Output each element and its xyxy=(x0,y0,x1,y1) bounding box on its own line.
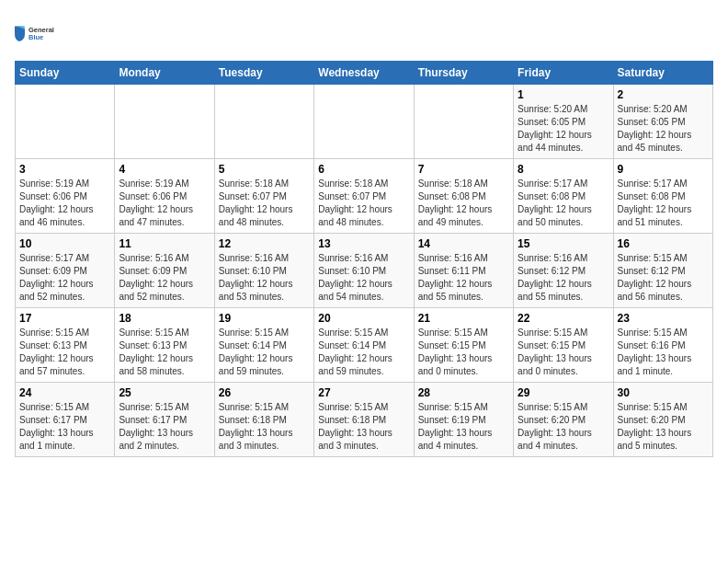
day-cell: 24Sunrise: 5:15 AM Sunset: 6:17 PM Dayli… xyxy=(16,383,115,457)
day-cell: 30Sunrise: 5:15 AM Sunset: 6:20 PM Dayli… xyxy=(613,383,712,457)
day-info: Sunrise: 5:15 AM Sunset: 6:13 PM Dayligh… xyxy=(119,327,210,378)
day-cell: 10Sunrise: 5:17 AM Sunset: 6:09 PM Dayli… xyxy=(16,234,115,308)
day-cell xyxy=(16,85,115,159)
day-info: Sunrise: 5:16 AM Sunset: 6:09 PM Dayligh… xyxy=(119,252,210,304)
day-cell: 13Sunrise: 5:16 AM Sunset: 6:10 PM Dayli… xyxy=(314,234,414,308)
day-cell: 4Sunrise: 5:19 AM Sunset: 6:06 PM Daylig… xyxy=(115,159,214,234)
week-row-1: 1Sunrise: 5:20 AM Sunset: 6:05 PM Daylig… xyxy=(16,85,713,159)
day-cell: 14Sunrise: 5:16 AM Sunset: 6:11 PM Dayli… xyxy=(414,234,513,308)
day-number: 13 xyxy=(318,237,409,250)
day-number: 25 xyxy=(119,386,210,399)
day-info: Sunrise: 5:15 AM Sunset: 6:13 PM Dayligh… xyxy=(19,327,110,378)
day-info: Sunrise: 5:18 AM Sunset: 6:07 PM Dayligh… xyxy=(318,178,409,229)
week-row-3: 10Sunrise: 5:17 AM Sunset: 6:09 PM Dayli… xyxy=(16,234,713,308)
header-day-thursday: Thursday xyxy=(414,62,513,85)
day-cell: 5Sunrise: 5:18 AM Sunset: 6:07 PM Daylig… xyxy=(214,159,313,234)
day-cell: 25Sunrise: 5:15 AM Sunset: 6:17 PM Dayli… xyxy=(115,383,214,457)
day-number: 10 xyxy=(19,237,110,250)
day-cell: 7Sunrise: 5:18 AM Sunset: 6:08 PM Daylig… xyxy=(414,159,513,234)
day-info: Sunrise: 5:15 AM Sunset: 6:17 PM Dayligh… xyxy=(19,401,110,453)
day-number: 30 xyxy=(618,386,709,399)
day-number: 26 xyxy=(219,386,310,399)
day-number: 2 xyxy=(618,88,709,101)
day-number: 23 xyxy=(618,312,709,325)
day-number: 16 xyxy=(618,237,709,250)
header-row: SundayMondayTuesdayWednesdayThursdayFrid… xyxy=(16,62,713,85)
svg-text:Blue: Blue xyxy=(28,33,43,41)
day-cell: 3Sunrise: 5:19 AM Sunset: 6:06 PM Daylig… xyxy=(16,159,115,234)
day-cell: 17Sunrise: 5:15 AM Sunset: 6:13 PM Dayli… xyxy=(16,308,115,383)
header-day-sunday: Sunday xyxy=(16,62,115,85)
week-row-2: 3Sunrise: 5:19 AM Sunset: 6:06 PM Daylig… xyxy=(16,159,713,234)
day-info: Sunrise: 5:15 AM Sunset: 6:18 PM Dayligh… xyxy=(318,401,409,453)
day-number: 27 xyxy=(318,386,409,399)
header: General Blue xyxy=(15,15,713,52)
day-cell: 16Sunrise: 5:15 AM Sunset: 6:12 PM Dayli… xyxy=(613,234,712,308)
day-info: Sunrise: 5:15 AM Sunset: 6:14 PM Dayligh… xyxy=(318,327,409,378)
day-info: Sunrise: 5:15 AM Sunset: 6:16 PM Dayligh… xyxy=(618,327,709,378)
day-info: Sunrise: 5:15 AM Sunset: 6:15 PM Dayligh… xyxy=(418,327,509,378)
day-number: 28 xyxy=(418,386,509,399)
day-cell: 6Sunrise: 5:18 AM Sunset: 6:07 PM Daylig… xyxy=(314,159,414,234)
week-row-5: 24Sunrise: 5:15 AM Sunset: 6:17 PM Dayli… xyxy=(16,383,713,457)
day-cell: 1Sunrise: 5:20 AM Sunset: 6:05 PM Daylig… xyxy=(514,85,613,159)
calendar-body: 1Sunrise: 5:20 AM Sunset: 6:05 PM Daylig… xyxy=(16,85,713,457)
week-row-4: 17Sunrise: 5:15 AM Sunset: 6:13 PM Dayli… xyxy=(16,308,713,383)
day-info: Sunrise: 5:16 AM Sunset: 6:10 PM Dayligh… xyxy=(219,252,310,304)
day-info: Sunrise: 5:15 AM Sunset: 6:18 PM Dayligh… xyxy=(219,401,310,453)
logo: General Blue xyxy=(15,15,61,52)
header-day-wednesday: Wednesday xyxy=(314,62,414,85)
day-cell: 29Sunrise: 5:15 AM Sunset: 6:20 PM Dayli… xyxy=(514,383,613,457)
day-cell: 22Sunrise: 5:15 AM Sunset: 6:15 PM Dayli… xyxy=(514,308,613,383)
day-info: Sunrise: 5:15 AM Sunset: 6:15 PM Dayligh… xyxy=(518,327,609,378)
day-info: Sunrise: 5:15 AM Sunset: 6:20 PM Dayligh… xyxy=(618,401,709,453)
header-day-friday: Friday xyxy=(514,62,613,85)
day-cell: 20Sunrise: 5:15 AM Sunset: 6:14 PM Dayli… xyxy=(314,308,414,383)
day-info: Sunrise: 5:16 AM Sunset: 6:12 PM Dayligh… xyxy=(518,252,609,304)
day-number: 9 xyxy=(618,163,709,176)
day-info: Sunrise: 5:17 AM Sunset: 6:08 PM Dayligh… xyxy=(518,178,609,229)
day-info: Sunrise: 5:15 AM Sunset: 6:12 PM Dayligh… xyxy=(618,252,709,304)
day-cell xyxy=(314,85,414,159)
day-info: Sunrise: 5:15 AM Sunset: 6:20 PM Dayligh… xyxy=(518,401,609,453)
day-cell xyxy=(115,85,214,159)
day-number: 15 xyxy=(518,237,609,250)
day-number: 12 xyxy=(219,237,310,250)
day-info: Sunrise: 5:19 AM Sunset: 6:06 PM Dayligh… xyxy=(19,178,110,229)
day-info: Sunrise: 5:15 AM Sunset: 6:14 PM Dayligh… xyxy=(219,327,310,378)
day-cell: 27Sunrise: 5:15 AM Sunset: 6:18 PM Dayli… xyxy=(314,383,414,457)
day-info: Sunrise: 5:18 AM Sunset: 6:08 PM Dayligh… xyxy=(418,178,509,229)
day-number: 17 xyxy=(19,312,110,325)
day-info: Sunrise: 5:16 AM Sunset: 6:11 PM Dayligh… xyxy=(418,252,509,304)
day-info: Sunrise: 5:16 AM Sunset: 6:10 PM Dayligh… xyxy=(318,252,409,304)
day-number: 6 xyxy=(318,163,409,176)
day-cell: 15Sunrise: 5:16 AM Sunset: 6:12 PM Dayli… xyxy=(514,234,613,308)
day-number: 3 xyxy=(19,163,110,176)
day-cell: 2Sunrise: 5:20 AM Sunset: 6:05 PM Daylig… xyxy=(613,85,712,159)
day-number: 11 xyxy=(119,237,210,250)
day-info: Sunrise: 5:20 AM Sunset: 6:05 PM Dayligh… xyxy=(518,103,609,155)
day-number: 5 xyxy=(219,163,310,176)
header-day-monday: Monday xyxy=(115,62,214,85)
day-cell xyxy=(214,85,313,159)
day-cell: 23Sunrise: 5:15 AM Sunset: 6:16 PM Dayli… xyxy=(613,308,712,383)
day-number: 21 xyxy=(418,312,509,325)
day-cell: 12Sunrise: 5:16 AM Sunset: 6:10 PM Dayli… xyxy=(214,234,313,308)
day-cell: 19Sunrise: 5:15 AM Sunset: 6:14 PM Dayli… xyxy=(214,308,313,383)
day-info: Sunrise: 5:15 AM Sunset: 6:19 PM Dayligh… xyxy=(418,401,509,453)
day-cell: 9Sunrise: 5:17 AM Sunset: 6:08 PM Daylig… xyxy=(613,159,712,234)
header-day-saturday: Saturday xyxy=(613,62,712,85)
calendar-table: SundayMondayTuesdayWednesdayThursdayFrid… xyxy=(15,61,713,457)
day-info: Sunrise: 5:17 AM Sunset: 6:08 PM Dayligh… xyxy=(618,178,709,229)
day-number: 20 xyxy=(318,312,409,325)
day-cell: 18Sunrise: 5:15 AM Sunset: 6:13 PM Dayli… xyxy=(115,308,214,383)
day-info: Sunrise: 5:15 AM Sunset: 6:17 PM Dayligh… xyxy=(119,401,210,453)
day-cell: 28Sunrise: 5:15 AM Sunset: 6:19 PM Dayli… xyxy=(414,383,513,457)
day-cell: 26Sunrise: 5:15 AM Sunset: 6:18 PM Dayli… xyxy=(214,383,313,457)
day-info: Sunrise: 5:19 AM Sunset: 6:06 PM Dayligh… xyxy=(119,178,210,229)
day-number: 19 xyxy=(219,312,310,325)
day-number: 18 xyxy=(119,312,210,325)
calendar-header: SundayMondayTuesdayWednesdayThursdayFrid… xyxy=(16,62,713,85)
day-number: 8 xyxy=(518,163,609,176)
day-number: 1 xyxy=(518,88,609,101)
